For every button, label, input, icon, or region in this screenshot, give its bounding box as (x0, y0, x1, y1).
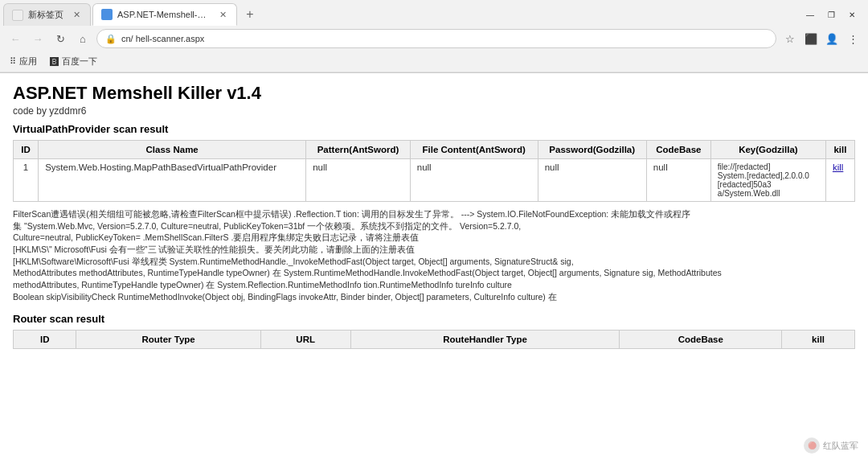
forward-button[interactable]: → (29, 30, 47, 47)
tab-favicon-active (101, 9, 113, 20)
bookmark-apps-label: 应用 (19, 55, 37, 68)
tab-close-active[interactable]: ✕ (218, 10, 228, 20)
watermark-text: 红队蓝军 (823, 440, 858, 452)
log-line: 集 "System.Web.Mvc, Version=5.2.7.0, Cult… (13, 220, 855, 232)
refresh-button[interactable]: ↻ (51, 30, 69, 47)
col-class-name: Class Name (39, 141, 306, 159)
col-kill: kill (825, 141, 854, 159)
cell-password: null (538, 159, 646, 202)
watermark-icon: 🔴 (804, 437, 820, 454)
log-line: MethodAttributes methodAttributes, Runti… (13, 267, 855, 279)
baidu-icon: 🅱 (50, 57, 59, 67)
col-password: Password(Godzilla) (538, 141, 646, 159)
tab-favicon-newtab (12, 10, 23, 21)
tab-title-active: ASP.NET-Memshell-Killer (117, 10, 210, 19)
page-title: ASP.NET Memshell Killer v1.4 (13, 83, 855, 104)
tab-title-newtab: 新标签页 (28, 9, 63, 21)
cell-key: file://[redacted]System.[redacted],2.0.0… (710, 159, 825, 202)
window-controls: — ❐ ✕ (800, 6, 865, 23)
router-col-url: URL (260, 331, 350, 349)
new-tab-button[interactable]: + (239, 3, 261, 26)
router-col-codebase: CodeBase (620, 331, 782, 349)
router-col-handler: RouteHandler Type (350, 331, 620, 349)
cell-class-name: System.Web.Hosting.MapPathBasedVirtualPa… (39, 159, 306, 202)
watermark: 🔴 红队蓝军 (804, 437, 858, 454)
col-pattern: Pattern(AntSword) (306, 141, 411, 159)
table-row: 1 System.Web.Hosting.MapPathBasedVirtual… (14, 159, 855, 202)
address-box[interactable]: 🔒 cn/ hell-scanner.aspx (96, 29, 776, 48)
router-col-kill: kill (782, 331, 855, 349)
col-codebase: CodeBase (646, 141, 710, 159)
tab-active[interactable]: ASP.NET-Memshell-Killer ✕ (92, 3, 237, 26)
bookmarks-bar: ⠿ 应用 🅱 百度一下 (0, 51, 868, 72)
close-button[interactable]: ✕ (842, 6, 862, 23)
bookmark-apps[interactable]: ⠿ 应用 (6, 54, 40, 69)
cell-pattern: null (306, 159, 411, 202)
browser-chrome: 新标签页 ✕ ASP.NET-Memshell-Killer ✕ + — ❐ ✕… (0, 0, 868, 73)
address-bar-row: ← → ↻ ⌂ 🔒 cn/ hell-scanner.aspx ☆ ⬛ 👤 ⋮ (0, 26, 868, 51)
log-line: [HKLM\Software\Microsoft\Fusi 举线程类 Syste… (13, 256, 855, 268)
log-line: [HKLM\S\" Microsoft\Fusi 会有一些"三 试验证关联性的性… (13, 244, 855, 256)
cell-id: 1 (14, 159, 39, 202)
router-scan-table: ID Router Type URL RouteHandler Type Cod… (13, 330, 855, 349)
log-line: System.Reflection.MethodR parameters) 在 … (13, 303, 855, 306)
back-button[interactable]: ← (6, 30, 24, 47)
log-line: FilterScan遭遇错误(相关细组可能被忽略,请检查FilterScan框中… (13, 208, 855, 220)
router-col-type: Router Type (76, 331, 260, 349)
kill-link[interactable]: kill (833, 162, 843, 172)
cell-codebase: null (646, 159, 710, 202)
page-content: ASP.NET Memshell Killer v1.4 code by yzd… (0, 73, 868, 460)
log-area: FilterScan遭遇错误(相关细组可能被忽略,请检查FilterScan框中… (13, 208, 855, 305)
maximize-button[interactable]: ❐ (821, 6, 841, 23)
minimize-button[interactable]: — (800, 6, 820, 23)
col-key: Key(Godzilla) (710, 141, 825, 159)
log-line: Culture=neutral, PublicKeyToken= .MemShe… (13, 232, 855, 244)
router-col-id: ID (14, 331, 76, 349)
extension-button[interactable]: ⬛ (802, 30, 820, 47)
virtual-path-table: ID Class Name Pattern(AntSword) File Con… (13, 140, 855, 202)
lock-icon: 🔒 (105, 34, 117, 44)
section2-title: Router scan result (13, 313, 855, 325)
profile-button[interactable]: 👤 (823, 30, 841, 47)
cell-file-content: null (410, 159, 538, 202)
address-actions: ☆ ⬛ 👤 ⋮ (781, 30, 862, 47)
bookmark-baidu[interactable]: 🅱 百度一下 (47, 54, 100, 69)
col-id: ID (14, 141, 39, 159)
url-text: cn/ hell-scanner.aspx (121, 34, 768, 43)
tab-close-newtab[interactable]: ✕ (72, 10, 82, 20)
log-line: Boolean skipVisibilityCheck RuntimeMetho… (13, 291, 855, 303)
apps-icon: ⠿ (10, 56, 16, 67)
bookmark-star-button[interactable]: ☆ (781, 30, 799, 47)
tab-bar: 新标签页 ✕ ASP.NET-Memshell-Killer ✕ + — ❐ ✕ (0, 0, 868, 26)
col-file-content: File Content(AntSword) (410, 141, 538, 159)
cell-kill[interactable]: kill (825, 159, 854, 202)
home-button[interactable]: ⌂ (74, 30, 92, 47)
bookmark-baidu-label: 百度一下 (62, 55, 97, 68)
section1-title: VirtualPathProvider scan result (13, 123, 855, 135)
menu-button[interactable]: ⋮ (844, 30, 862, 47)
log-line: methodAttributes, RuntimeTypeHandle type… (13, 279, 855, 291)
tab-newtab[interactable]: 新标签页 ✕ (3, 3, 91, 26)
page-subtitle: code by yzddmr6 (13, 105, 855, 117)
